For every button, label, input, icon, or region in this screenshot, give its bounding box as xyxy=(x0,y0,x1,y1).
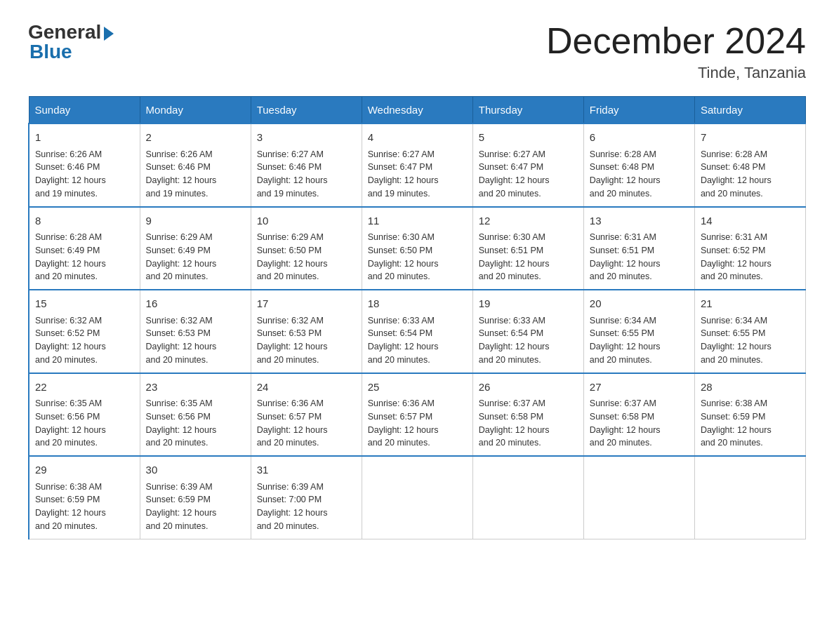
day-daylight: Daylight: 12 hours xyxy=(257,508,328,518)
day-daylight: Daylight: 12 hours xyxy=(701,259,772,269)
calendar-cell: 5 Sunrise: 6:27 AM Sunset: 6:47 PM Dayli… xyxy=(472,123,583,207)
day-sunrise: Sunrise: 6:33 AM xyxy=(368,316,435,326)
day-daylight-minutes: and 20 minutes. xyxy=(257,438,319,448)
calendar-cell: 9 Sunrise: 6:29 AM Sunset: 6:49 PM Dayli… xyxy=(140,207,251,290)
calendar-cell: 25 Sunrise: 6:36 AM Sunset: 6:57 PM Dayl… xyxy=(362,373,472,457)
calendar-cell: 8 Sunrise: 6:28 AM Sunset: 6:49 PM Dayli… xyxy=(29,207,140,290)
day-sunrise: Sunrise: 6:35 AM xyxy=(146,398,213,408)
day-sunset: Sunset: 6:59 PM xyxy=(146,495,211,504)
day-sunset: Sunset: 6:52 PM xyxy=(701,246,765,255)
day-sunset: Sunset: 6:57 PM xyxy=(368,412,432,422)
day-daylight-minutes: and 19 minutes. xyxy=(146,189,208,199)
location: Tinde, Tanzania xyxy=(546,64,806,82)
day-number: 16 xyxy=(146,296,245,312)
day-sunrise: Sunrise: 6:30 AM xyxy=(479,232,545,242)
day-sunset: Sunset: 6:46 PM xyxy=(35,162,100,172)
day-sunset: Sunset: 6:55 PM xyxy=(590,328,654,338)
day-daylight-minutes: and 20 minutes. xyxy=(590,189,652,199)
day-number: 31 xyxy=(257,462,356,478)
day-daylight: Daylight: 12 hours xyxy=(590,342,661,351)
calendar-cell: 19 Sunrise: 6:33 AM Sunset: 6:54 PM Dayl… xyxy=(472,290,583,373)
day-number: 24 xyxy=(257,380,356,396)
day-daylight: Daylight: 12 hours xyxy=(35,259,106,269)
day-number: 25 xyxy=(368,380,467,396)
day-daylight-minutes: and 20 minutes. xyxy=(146,355,208,365)
day-number: 10 xyxy=(257,213,356,229)
page-header: General Blue December 2024 Tinde, Tanzan… xyxy=(28,21,806,82)
calendar-cell: 21 Sunrise: 6:34 AM Sunset: 6:55 PM Dayl… xyxy=(694,290,805,373)
header-thursday: Thursday xyxy=(472,97,583,124)
day-sunset: Sunset: 6:50 PM xyxy=(368,246,432,255)
day-sunrise: Sunrise: 6:27 AM xyxy=(257,149,324,159)
day-daylight: Daylight: 12 hours xyxy=(590,175,661,185)
header-friday: Friday xyxy=(583,97,694,124)
day-sunrise: Sunrise: 6:36 AM xyxy=(257,398,324,408)
day-number: 6 xyxy=(590,130,689,146)
day-sunset: Sunset: 6:47 PM xyxy=(479,162,543,172)
day-sunset: Sunset: 6:57 PM xyxy=(257,412,322,422)
day-daylight-minutes: and 20 minutes. xyxy=(479,355,541,365)
day-sunset: Sunset: 6:53 PM xyxy=(257,328,322,338)
day-daylight-minutes: and 19 minutes. xyxy=(257,189,319,199)
day-daylight-minutes: and 20 minutes. xyxy=(146,438,208,448)
day-sunset: Sunset: 6:49 PM xyxy=(146,246,211,255)
day-daylight: Daylight: 12 hours xyxy=(35,508,106,518)
day-sunrise: Sunrise: 6:39 AM xyxy=(146,482,213,492)
day-sunset: Sunset: 6:58 PM xyxy=(479,412,543,422)
day-number: 28 xyxy=(701,380,800,396)
day-number: 17 xyxy=(257,296,356,312)
day-number: 13 xyxy=(590,213,689,229)
day-daylight-minutes: and 20 minutes. xyxy=(146,521,208,531)
day-sunrise: Sunrise: 6:38 AM xyxy=(35,482,102,492)
day-sunrise: Sunrise: 6:29 AM xyxy=(257,232,324,242)
calendar-cell: 15 Sunrise: 6:32 AM Sunset: 6:52 PM Dayl… xyxy=(29,290,140,373)
week-row-5: 29 Sunrise: 6:38 AM Sunset: 6:59 PM Dayl… xyxy=(29,456,806,539)
day-sunrise: Sunrise: 6:31 AM xyxy=(590,232,656,242)
day-daylight: Daylight: 12 hours xyxy=(701,342,772,351)
day-number: 4 xyxy=(368,130,467,146)
week-row-2: 8 Sunrise: 6:28 AM Sunset: 6:49 PM Dayli… xyxy=(29,207,806,290)
day-daylight-minutes: and 20 minutes. xyxy=(257,271,319,281)
day-daylight-minutes: and 20 minutes. xyxy=(479,438,541,448)
day-daylight: Daylight: 12 hours xyxy=(35,175,106,185)
day-number: 26 xyxy=(479,380,578,396)
day-daylight: Daylight: 12 hours xyxy=(368,175,439,185)
day-number: 15 xyxy=(35,296,134,312)
day-daylight: Daylight: 12 hours xyxy=(257,175,328,185)
day-sunrise: Sunrise: 6:32 AM xyxy=(35,316,102,326)
day-daylight: Daylight: 12 hours xyxy=(368,259,439,269)
day-daylight: Daylight: 12 hours xyxy=(590,259,661,269)
header-sunday: Sunday xyxy=(29,97,140,124)
day-daylight: Daylight: 12 hours xyxy=(368,342,439,351)
day-number: 20 xyxy=(590,296,689,312)
calendar-cell: 22 Sunrise: 6:35 AM Sunset: 6:56 PM Dayl… xyxy=(29,373,140,457)
day-sunset: Sunset: 6:59 PM xyxy=(35,495,100,504)
day-daylight-minutes: and 20 minutes. xyxy=(590,438,652,448)
day-daylight-minutes: and 20 minutes. xyxy=(701,271,763,281)
day-number: 18 xyxy=(368,296,467,312)
day-daylight-minutes: and 20 minutes. xyxy=(701,189,763,199)
day-sunrise: Sunrise: 6:37 AM xyxy=(590,398,656,408)
day-daylight-minutes: and 20 minutes. xyxy=(701,355,763,365)
day-number: 11 xyxy=(368,213,467,229)
day-sunrise: Sunrise: 6:29 AM xyxy=(146,232,213,242)
day-number: 1 xyxy=(35,130,134,146)
day-daylight-minutes: and 20 minutes. xyxy=(701,438,763,448)
day-sunset: Sunset: 6:48 PM xyxy=(701,162,765,172)
day-number: 19 xyxy=(479,296,578,312)
week-row-3: 15 Sunrise: 6:32 AM Sunset: 6:52 PM Dayl… xyxy=(29,290,806,373)
header-tuesday: Tuesday xyxy=(251,97,362,124)
month-title: December 2024 xyxy=(546,21,806,61)
day-daylight-minutes: and 20 minutes. xyxy=(368,438,430,448)
day-daylight: Daylight: 12 hours xyxy=(479,259,550,269)
logo-arrow-icon xyxy=(104,27,114,41)
day-sunrise: Sunrise: 6:36 AM xyxy=(368,398,435,408)
day-daylight-minutes: and 20 minutes. xyxy=(368,271,430,281)
day-sunrise: Sunrise: 6:37 AM xyxy=(479,398,545,408)
day-daylight: Daylight: 12 hours xyxy=(146,342,217,351)
day-daylight-minutes: and 20 minutes. xyxy=(479,189,541,199)
calendar-cell: 26 Sunrise: 6:37 AM Sunset: 6:58 PM Dayl… xyxy=(472,373,583,457)
day-daylight: Daylight: 12 hours xyxy=(257,259,328,269)
day-sunrise: Sunrise: 6:34 AM xyxy=(590,316,656,326)
day-number: 14 xyxy=(701,213,800,229)
